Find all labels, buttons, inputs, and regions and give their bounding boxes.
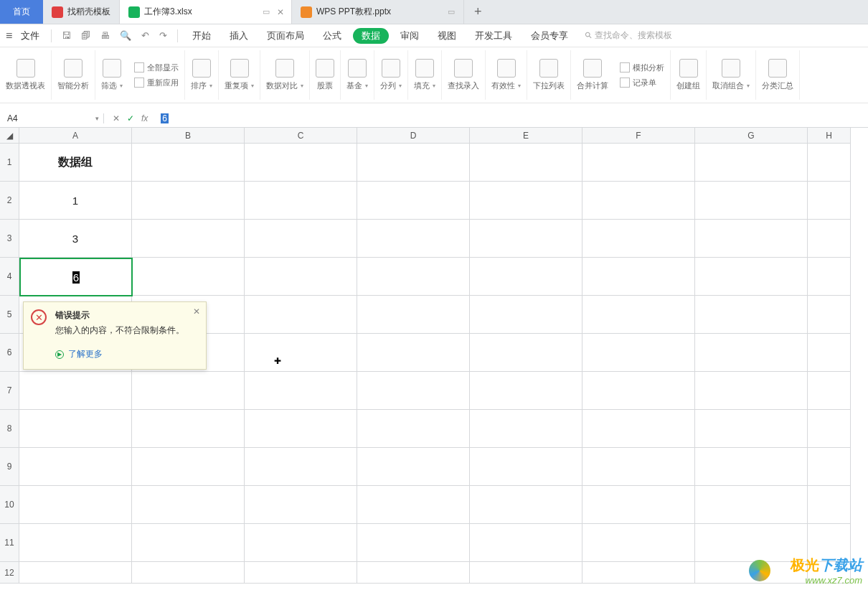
row-header[interactable]: 11 bbox=[0, 524, 19, 562]
ppt-icon bbox=[301, 6, 312, 18]
row-header[interactable]: 12 bbox=[0, 562, 19, 584]
tab-home[interactable]: 首页 bbox=[0, 0, 43, 24]
cell[interactable]: 3 bbox=[19, 220, 132, 258]
save-icon[interactable]: 🖫 bbox=[59, 30, 74, 41]
close-icon[interactable]: ✕ bbox=[193, 306, 200, 317]
undo-icon[interactable]: ↶ bbox=[138, 30, 152, 41]
btn-filter[interactable]: 筛选 bbox=[95, 50, 128, 100]
tab-workbook[interactable]: 工作簿3.xlsx ▭ ✕ bbox=[120, 0, 292, 24]
btn-stock[interactable]: 股票 bbox=[310, 50, 341, 100]
btn-subtotal[interactable]: 分类汇总 bbox=[756, 50, 800, 100]
row-header[interactable]: 8 bbox=[0, 410, 19, 448]
btn-pivot[interactable]: 数据透视表 bbox=[0, 50, 52, 100]
btn-whatif[interactable]: 模拟分析 bbox=[620, 62, 664, 73]
btn-findentry[interactable]: 查找录入 bbox=[442, 50, 486, 100]
confirm-icon[interactable]: ✓ bbox=[127, 113, 134, 123]
tab-template[interactable]: 找稻壳模板 bbox=[43, 0, 120, 24]
col-header[interactable]: F bbox=[582, 128, 695, 144]
col-header[interactable]: A bbox=[19, 128, 132, 144]
window-icon[interactable]: ▭ bbox=[263, 7, 270, 17]
tab-ppt[interactable]: WPS PPT教程.pptx ▭ bbox=[292, 0, 464, 24]
menu-layout[interactable]: 页面布局 bbox=[260, 29, 311, 42]
btn-fill[interactable]: 填充 bbox=[408, 50, 442, 100]
error-icon: ✕ bbox=[31, 309, 47, 325]
col-header[interactable]: C bbox=[245, 128, 357, 144]
btn-sort[interactable]: 排序 bbox=[185, 50, 219, 100]
add-tab-button[interactable]: + bbox=[464, 0, 492, 24]
row-header[interactable]: 3 bbox=[0, 220, 19, 258]
print-icon[interactable]: 🖶 bbox=[98, 30, 113, 41]
col-header[interactable]: H bbox=[808, 128, 851, 144]
window-icon[interactable]: ▭ bbox=[448, 7, 455, 17]
formula-bar: A4 ✕ ✓ fx 6 bbox=[0, 109, 868, 128]
saveas-icon[interactable]: 🗐 bbox=[78, 30, 93, 41]
learn-more-link[interactable]: ▶了解更多 bbox=[55, 348, 197, 360]
col-header[interactable]: B bbox=[132, 128, 245, 144]
ungroup-icon bbox=[722, 59, 740, 78]
menu-dev[interactable]: 开发工具 bbox=[468, 29, 519, 42]
menu-insert[interactable]: 插入 bbox=[222, 29, 255, 42]
btn-ungroup[interactable]: 取消组合 bbox=[707, 50, 756, 100]
select-all-corner[interactable]: ◢ bbox=[0, 128, 19, 144]
menu-view[interactable]: 视图 bbox=[430, 29, 463, 42]
btn-consolidate[interactable]: 合并计算 bbox=[571, 50, 614, 100]
btn-fund[interactable]: 基金 bbox=[341, 50, 374, 100]
dropdown-icon bbox=[539, 59, 558, 78]
ribbon: 数据透视表 智能分析 筛选 全部显示 重新应用 排序 重复项 数据对比 股票 基… bbox=[0, 47, 868, 103]
fx-icon[interactable]: fx bbox=[141, 113, 148, 123]
cell[interactable]: 1 bbox=[19, 182, 132, 220]
error-message: 您输入的内容，不符合限制条件。 bbox=[55, 324, 197, 337]
col-header[interactable]: E bbox=[470, 128, 582, 144]
close-icon[interactable]: ✕ bbox=[277, 7, 284, 17]
redo-icon[interactable]: ↷ bbox=[156, 30, 170, 41]
menu-member[interactable]: 会员专享 bbox=[524, 29, 575, 42]
row-header[interactable]: 6 bbox=[0, 334, 19, 372]
row-header[interactable]: 5 bbox=[0, 296, 19, 334]
btn-reapply[interactable]: 重新应用 bbox=[134, 78, 179, 88]
sort-icon bbox=[192, 59, 211, 78]
command-search[interactable]: 查找命令、搜索模板 bbox=[585, 29, 672, 42]
row-header[interactable]: 9 bbox=[0, 448, 19, 486]
validation-error-tooltip: ✕ ✕ 错误提示 您输入的内容，不符合限制条件。 ▶了解更多 bbox=[23, 301, 207, 370]
menu-formula[interactable]: 公式 bbox=[316, 29, 349, 42]
logo-swirl-icon bbox=[749, 560, 770, 581]
btn-group[interactable]: 创建组 bbox=[671, 50, 707, 100]
row-header[interactable]: 10 bbox=[0, 486, 19, 524]
btn-validation[interactable]: 有效性 bbox=[486, 50, 527, 100]
findentry-icon bbox=[454, 59, 473, 78]
cancel-icon[interactable]: ✕ bbox=[113, 113, 120, 123]
cursor-cross-icon: ✚ bbox=[274, 356, 281, 366]
play-icon: ▶ bbox=[55, 350, 64, 359]
col-header[interactable]: D bbox=[357, 128, 470, 144]
hamburger-icon[interactable]: ≡ bbox=[6, 29, 12, 42]
row-header[interactable]: 4 bbox=[0, 258, 19, 296]
cell[interactable]: 数据组 bbox=[19, 144, 132, 182]
fill-icon bbox=[415, 59, 434, 78]
btn-compare[interactable]: 数据对比 bbox=[260, 50, 310, 100]
preview-icon[interactable]: 🔍 bbox=[117, 30, 134, 41]
merge-icon bbox=[583, 59, 602, 78]
docer-icon bbox=[52, 6, 63, 18]
btn-record[interactable]: 记录单 bbox=[620, 78, 664, 88]
name-box[interactable]: A4 bbox=[0, 113, 104, 123]
watermark: 极光下载站 www.xz7.com bbox=[791, 556, 862, 586]
row-header[interactable]: 7 bbox=[0, 372, 19, 410]
col-header[interactable]: G bbox=[695, 128, 808, 144]
btn-showall[interactable]: 全部显示 bbox=[134, 62, 179, 73]
fund-icon bbox=[348, 59, 367, 78]
btn-split[interactable]: 分列 bbox=[374, 50, 408, 100]
btn-dropdown[interactable]: 下拉列表 bbox=[527, 50, 571, 100]
btn-smart[interactable]: 智能分析 bbox=[52, 50, 95, 100]
row-header[interactable]: 1 bbox=[0, 144, 19, 182]
file-menu[interactable]: 文件 bbox=[21, 29, 39, 42]
stock-icon bbox=[316, 59, 334, 78]
btn-dup[interactable]: 重复项 bbox=[219, 50, 260, 100]
active-cell-editor[interactable]: 6 bbox=[19, 258, 133, 296]
formula-input[interactable]: 6 bbox=[156, 113, 868, 123]
row-header[interactable]: 2 bbox=[0, 182, 19, 220]
menu-data[interactable]: 数据 bbox=[353, 28, 389, 44]
subtotal-icon bbox=[768, 59, 787, 78]
group-icon bbox=[679, 59, 698, 78]
menu-start[interactable]: 开始 bbox=[185, 29, 218, 42]
menu-review[interactable]: 审阅 bbox=[393, 29, 426, 42]
